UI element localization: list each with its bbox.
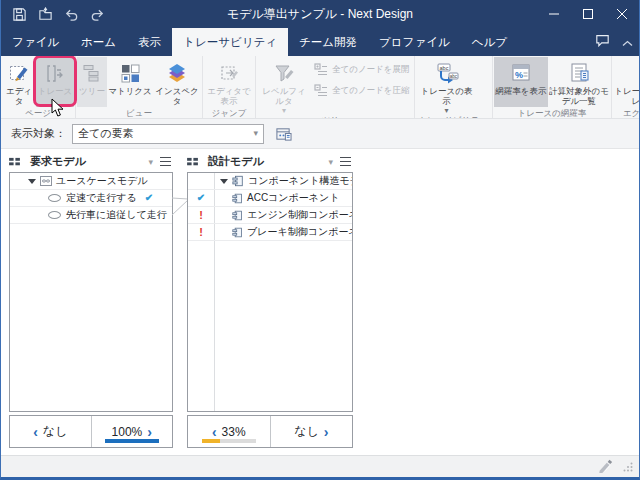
element-filter-button[interactable] [272,124,294,144]
open-icon [38,7,53,22]
tree-row-acc-component[interactable]: ✔ ACCコンポーネント [188,190,352,207]
pager-next-button[interactable]: なし › [270,416,353,447]
pager-prev-label: なし [43,423,68,440]
left-panel-header: 要求モデル ▾ [9,153,173,170]
pager-next-label: 100% [112,425,143,439]
component-icon [232,210,243,221]
tree-row-label: コンポーネント構造モデル [248,173,352,189]
maximize-button[interactable] [571,0,605,28]
tab-view[interactable]: 表示 [127,28,172,56]
chevron-right-icon: › [147,425,152,439]
trace-display-button[interactable]: abcabc トレースの表示 ▾ [416,57,478,114]
pager-prev-button[interactable]: ‹ 33% [188,416,270,447]
expander-icon[interactable] [28,179,36,184]
matrix-page-button[interactable]: マトリクス [107,57,153,107]
pager-prev-label: 33% [222,425,246,439]
trace-ok-icon: ✔ [193,190,209,206]
right-panel-header: 設計モデル ▾ [187,153,353,170]
ribbon-button-label: ツリー [79,87,105,97]
display-target-select[interactable]: 全ての要素 ▾ [72,124,264,144]
tree-row-usecase-model[interactable]: ユースケースモデル [10,173,172,190]
excluded-models-button[interactable]: 計算対象外のモデル一覧 [548,57,610,107]
model-navigator-icon [187,157,198,166]
coverage-icon: % [510,60,532,86]
tree-row-label: ACCコンポーネント [247,190,340,206]
ribbon-group-label: トレースの網羅率 [494,107,610,119]
tab-profile[interactable]: プロファイル [368,28,461,56]
maximize-icon [582,8,594,20]
panel-menu-icon[interactable] [160,157,171,166]
tab-team[interactable]: チーム開発 [288,28,368,56]
minimize-button[interactable] [537,0,571,28]
chevron-left-icon: ‹ [33,425,38,439]
trace-display-icon: abcabc [435,60,459,86]
left-panel-pager: ‹ なし 100% › [9,415,173,448]
redo-button[interactable] [87,4,107,24]
tree-row-usecase-2[interactable]: 先行車に追従して走行 ✔ [10,207,172,224]
ribbon-group-label: ビュー [77,107,201,119]
tree-row-label: 定速で走行する [66,190,137,206]
show-in-editor-button[interactable]: エディタで表示 [204,57,254,107]
pager-prev-button[interactable]: ‹ なし [10,416,91,447]
panel-dropdown-icon[interactable]: ▾ [328,157,333,167]
filter-bar: 表示対象： 全ての要素 ▾ [1,119,639,149]
tab-help[interactable]: ヘルプ [461,28,518,56]
element-filter-icon [275,126,292,142]
resize-grip[interactable] [623,458,633,476]
show-in-editor-icon [219,60,240,86]
expander-icon[interactable] [220,179,228,184]
ribbon-group-tree: レベルフィルタ ▾ 全てのノードを展開 全てのノードを圧縮 ツリー [256,56,415,118]
close-button[interactable] [605,0,639,28]
coverage-progress-track [202,439,256,443]
pager-next-label: なし [294,423,319,440]
collapse-all-nodes-button[interactable]: 全てのノードを圧縮 [311,83,413,98]
tab-file[interactable]: ファイル [1,28,70,56]
tree-row-usecase-1[interactable]: 定速で走行する ✔ [10,190,172,207]
resize-grip-icon [623,462,633,472]
tree-page-button[interactable]: ツリー [77,57,107,107]
tree-row-component-model[interactable]: コンポーネント構造モデル [188,173,352,190]
inspector-button[interactable]: インスペクタ [153,57,201,107]
tree-row-brake-component[interactable]: ! ブレーキ制御コンポーネント [188,224,352,241]
show-coverage-button[interactable]: % 網羅率を表示 [494,57,548,107]
tree-icon [82,60,102,86]
status-bar [1,455,639,477]
ribbon-group-label: ジャンプ [204,107,254,119]
tree-row-label: ブレーキ制御コンポーネント [247,224,352,240]
coverage-progress-fill [202,439,220,443]
ribbon-group-coverage: % 網羅率を表示 計算対象外のモデル一覧 トレースの網羅率 [493,56,612,118]
panel-dropdown-icon[interactable]: ▾ [148,157,153,167]
coverage-progress-track [105,439,159,443]
feedback-button[interactable] [595,33,610,51]
svg-text:%: % [515,70,523,80]
left-panel-title: 要求モデル [30,154,86,169]
ribbon-group-label: エクスポート [613,107,639,119]
right-panel-pager: ‹ 33% なし › [187,415,353,448]
tab-traceability[interactable]: トレーサビリティ [172,28,288,56]
level-filter-button[interactable]: レベルフィルタ ▾ [257,57,311,114]
traceability-report-icon: % [637,60,639,86]
expand-all-nodes-button[interactable]: 全てのノードを展開 [311,62,413,77]
ribbon-button-label: 全てのノードを圧縮 [332,85,410,97]
design-tree: コンポーネント構造モデル ✔ ACCコンポーネント ! エンジン制御コンポーネン… [187,172,353,412]
traceability-report-button[interactable]: % トレーサビリティレポート [613,57,639,107]
redo-icon [90,7,105,22]
save-button[interactable] [9,4,29,24]
ribbon-group-view: ツリー マトリクス インスペクタ ビュー [76,56,203,118]
panel-menu-icon[interactable] [340,157,351,166]
collapse-ribbon-button[interactable] [622,33,633,51]
component-model-icon [232,175,244,187]
dropdown-arrow-icon: ▾ [444,107,448,114]
edit-status-button[interactable] [597,457,613,477]
undo-button[interactable] [61,4,81,24]
open-button[interactable] [35,4,55,24]
save-icon [12,7,27,22]
tree-small-buttons: 全てのノードを展開 全てのノードを圧縮 [311,57,413,114]
pager-next-button[interactable]: 100% › [91,416,173,447]
tree-row-engine-component[interactable]: ! エンジン制御コンポーネント [188,207,352,224]
tree-row-label: ユースケースモデル [56,173,148,189]
editor-page-button[interactable]: エディタ [2,57,36,107]
svg-text:abc: abc [449,73,457,78]
tab-home[interactable]: ホーム [70,28,127,56]
quick-access-toolbar [1,4,107,24]
